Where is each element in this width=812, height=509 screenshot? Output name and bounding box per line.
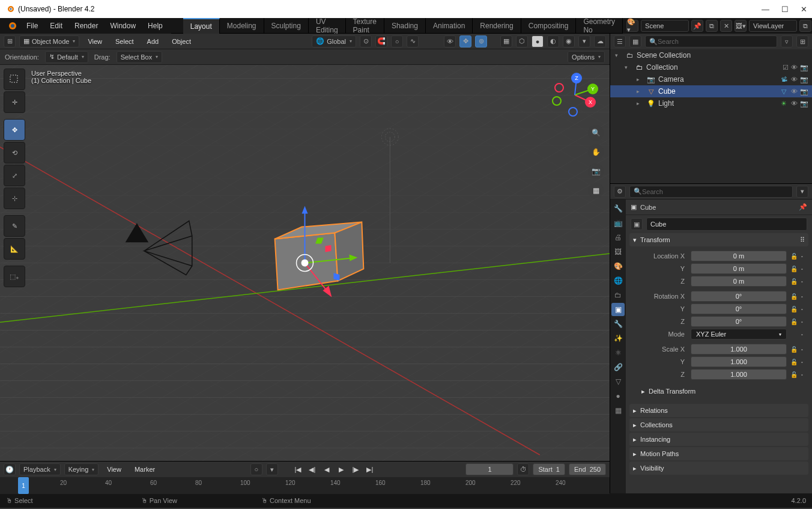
shading-options-icon[interactable]: ▾	[578, 35, 590, 47]
menu-edit[interactable]: Edit	[44, 18, 68, 34]
start-frame-field[interactable]: Start 1	[533, 463, 565, 475]
ptab-material[interactable]: ●	[611, 389, 625, 403]
preview-range-icon[interactable]: ⏱	[517, 463, 529, 475]
tool-move[interactable]: ✥	[4, 119, 25, 141]
snap-icon[interactable]: 🧲	[375, 35, 387, 47]
vp-menu-add[interactable]: Add	[142, 38, 164, 45]
nav-pan-icon[interactable]: ✋	[588, 144, 604, 160]
eye-icon[interactable]: 👁	[791, 64, 798, 72]
outliner-search[interactable]: 🔍 Search	[645, 35, 777, 47]
menu-help[interactable]: Help	[142, 18, 169, 34]
object-browse-icon[interactable]: ▣	[631, 218, 643, 230]
ptab-output[interactable]: 🖨	[611, 231, 625, 244]
minimize-button[interactable]: —	[762, 5, 769, 14]
render-icon[interactable]: 📷	[800, 76, 808, 84]
scale-z-field[interactable]: 1.000	[691, 369, 787, 380]
outliner-display-icon[interactable]: ▦	[629, 35, 641, 47]
render-icon[interactable]: 📷	[800, 100, 808, 108]
panel-delta-transform-header[interactable]: ▸ Delta Transform	[632, 385, 806, 398]
tree-row-cube[interactable]: ▸▽Cube▽👁📷	[610, 85, 812, 97]
pivot-icon[interactable]: ⊙	[360, 35, 372, 47]
lock-icon[interactable]: 🔓	[789, 346, 799, 353]
render-icon[interactable]: 📷	[800, 88, 808, 96]
tool-cursor[interactable]: ✛	[4, 91, 25, 113]
drag-value[interactable]: Select Box	[117, 51, 163, 63]
app-menu-icon[interactable]	[6, 20, 17, 31]
outliner-tree[interactable]: ▾🗀Scene Collection ▾🗀Collection☑👁📷 ▸📷Cam…	[610, 49, 812, 183]
maximize-button[interactable]: ☐	[781, 5, 789, 14]
viewport-3d[interactable]: User Perspective (1) Collection | Cube ✛…	[0, 65, 610, 461]
vp-menu-object[interactable]: Object	[167, 38, 196, 45]
tl-view[interactable]: View	[102, 466, 126, 473]
tool-annotate[interactable]: ✎	[4, 215, 25, 237]
current-frame-field[interactable]: 1	[465, 463, 514, 475]
outliner-new-collection-icon[interactable]: ⊞	[796, 35, 808, 47]
options-button[interactable]: Options	[568, 51, 605, 63]
properties-search[interactable]: 🔍 Search	[629, 186, 793, 198]
eye-icon[interactable]: 👁	[791, 100, 798, 108]
ptab-render[interactable]: 📺	[611, 216, 625, 230]
tab-compositing[interactable]: Compositing	[521, 18, 577, 34]
autokey-icon[interactable]: ○	[250, 463, 262, 475]
nav-gizmo[interactable]: X Y Z	[551, 71, 599, 119]
tree-row-scene-collection[interactable]: ▾🗀Scene Collection	[610, 49, 812, 61]
menu-file[interactable]: File	[20, 18, 44, 34]
ptab-physics[interactable]: ⚛	[611, 346, 625, 359]
tab-layout[interactable]: Layout	[183, 18, 220, 34]
rotation-x-field[interactable]: 0°	[691, 291, 787, 302]
tl-playback[interactable]: Playback	[19, 463, 61, 475]
jump-start-icon[interactable]: |◀	[292, 464, 303, 475]
xray-icon[interactable]: ▦	[500, 35, 512, 47]
copy-viewlayer-icon[interactable]: ⧉	[799, 20, 811, 32]
keyframe-next-icon[interactable]: |▶	[350, 464, 361, 475]
close-button[interactable]: ✕	[801, 5, 807, 14]
outliner-editor-icon[interactable]: ☰	[614, 35, 626, 47]
eye-icon[interactable]: 👁	[791, 88, 798, 96]
autokey-options-icon[interactable]: ▾	[266, 463, 278, 475]
scale-x-field[interactable]: 1.000	[691, 344, 787, 355]
tree-row-light[interactable]: ▸💡Light☀👁📷	[610, 97, 812, 109]
tool-select-box[interactable]	[4, 69, 25, 90]
shading-wireframe-icon[interactable]: ⬡	[516, 35, 528, 47]
gizmo-toggle-icon[interactable]: ✥	[459, 35, 471, 47]
location-z-field[interactable]: 0 m	[691, 276, 787, 287]
exclude-checkbox-icon[interactable]: ☑	[783, 64, 789, 72]
timeline-editor-icon[interactable]: 🕐	[4, 463, 16, 475]
rotation-y-field[interactable]: 0°	[691, 303, 787, 314]
viewlayer-name-field[interactable]: ViewLayer	[749, 20, 797, 32]
menu-render[interactable]: Render	[68, 18, 104, 34]
properties-editor-icon[interactable]: ⚙	[614, 186, 626, 198]
tab-animation[interactable]: Animation	[426, 18, 473, 34]
shading-matprev-icon[interactable]: ◐	[547, 35, 559, 47]
visibility-icon[interactable]: 👁	[444, 35, 456, 47]
ptab-modifiers[interactable]: 🔧	[611, 317, 625, 331]
object-name-field[interactable]: Cube	[646, 218, 807, 231]
ptab-particles[interactable]: ✨	[611, 332, 625, 345]
lock-icon[interactable]: 🔓	[789, 359, 799, 365]
panel-collections-header[interactable]: ▸ Collections	[629, 418, 808, 431]
render-icon[interactable]: 📷	[800, 64, 808, 72]
tab-modeling[interactable]: Modeling	[220, 18, 264, 34]
ptab-object[interactable]: ▣	[611, 303, 625, 316]
proportional-falloff-icon[interactable]: ∿	[407, 35, 419, 47]
lock-icon[interactable]: 🔓	[789, 371, 799, 378]
delete-scene-icon[interactable]: ✕	[720, 20, 732, 32]
ptab-texture[interactable]: ▦	[611, 404, 625, 417]
ptab-world[interactable]: 🌐	[611, 274, 625, 287]
panel-motion-paths-header[interactable]: ▸ Motion Paths	[629, 447, 808, 460]
pin-scene-icon[interactable]: 📌	[691, 20, 703, 32]
ptab-data[interactable]: ▽	[611, 375, 625, 388]
lock-icon[interactable]: 🔓	[789, 293, 799, 300]
jump-end-icon[interactable]: ▶|	[365, 464, 375, 475]
viewport-shading-icon[interactable]: ☁	[594, 35, 606, 47]
tree-row-camera[interactable]: ▸📷Camera📽👁📷	[610, 73, 812, 85]
tool-measure[interactable]: 📐	[4, 238, 25, 260]
lock-icon[interactable]: 🔓	[789, 278, 799, 285]
properties-options-icon[interactable]: ▾	[796, 186, 808, 198]
end-frame-field[interactable]: End 250	[569, 463, 606, 475]
viewlayer-browse-icon[interactable]: 🖼▾	[735, 20, 747, 32]
ptab-constraints[interactable]: 🔗	[611, 361, 625, 374]
panel-relations-header[interactable]: ▸ Relations	[629, 404, 808, 417]
scene-browse-icon[interactable]: 🎨▾	[626, 20, 638, 32]
tool-scale[interactable]: ⤢	[4, 165, 25, 186]
